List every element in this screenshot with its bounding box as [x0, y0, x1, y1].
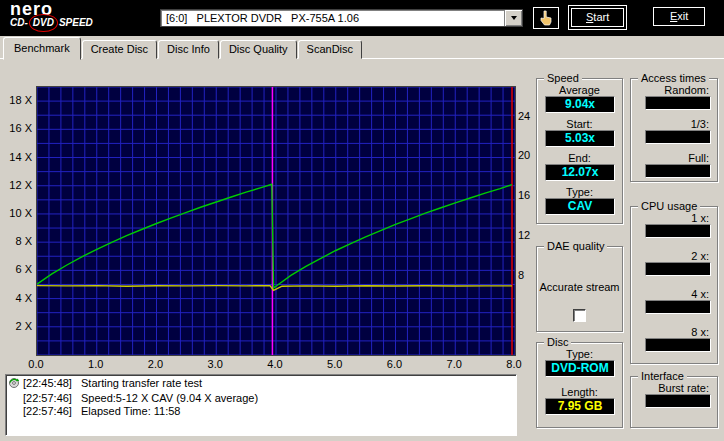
y-axis-tick: 2 X	[2, 320, 32, 332]
right-axis-tick: 12	[518, 229, 534, 241]
nero-cd-dvd-speed-window: nero CD-DVDSPEED [6:0] PLEXTOR DVDR PX-7…	[0, 0, 724, 441]
log-timestamp: [22:57:46]	[23, 405, 81, 418]
logo-cd: CD-	[10, 17, 28, 28]
full-access-label: Full:	[688, 152, 709, 164]
exit-button[interactable]: Exit	[653, 7, 705, 26]
start-speed-value: 5.03x	[545, 130, 615, 147]
tab-create-disc[interactable]: Create Disc	[82, 40, 157, 59]
log-entry-icon	[8, 377, 23, 392]
benchmark-chart	[36, 86, 516, 356]
disc-panel-title: Disc	[544, 336, 571, 348]
tab-disc-quality[interactable]: Disc Quality	[220, 40, 297, 59]
access-times-title: Access times	[638, 72, 709, 84]
log-message: Speed:5-12 X CAV (9.04 X average)	[81, 392, 514, 405]
disc-type-value: DVD-ROM	[545, 360, 615, 377]
app-header: nero CD-DVDSPEED [6:0] PLEXTOR DVDR PX-7…	[0, 0, 724, 36]
x-axis-tick: 7.0	[441, 358, 467, 370]
interface-panel: Interface Burst rate:	[630, 376, 718, 428]
x-axis-tick: 4.0	[262, 358, 288, 370]
y-axis-tick: 4 X	[2, 292, 32, 304]
drive-selector-value: [6:0] PLEXTOR DVDR PX-755A 1.06	[161, 12, 504, 24]
x-axis-tick: 8.0	[501, 358, 527, 370]
random-access-label: Random:	[664, 84, 709, 96]
y-axis-tick: 14 X	[2, 151, 32, 163]
cpu-8x-label: 8 x:	[691, 326, 709, 338]
one-third-access-label: 1/3:	[691, 118, 709, 130]
logo-dvd-oval: DVD	[29, 14, 58, 32]
log-panel: [22:45:48] Starting transfer rate test […	[5, 374, 517, 436]
log-message: Elapsed Time: 11:58	[81, 405, 514, 418]
cpu-4x-label: 4 x:	[691, 288, 709, 300]
y-axis-tick: 12 X	[2, 179, 32, 191]
log-timestamp: [22:57:46]	[23, 392, 81, 405]
hand-tool-button[interactable]	[533, 7, 559, 29]
speed-type-value: CAV	[545, 198, 615, 215]
interface-panel-title: Interface	[638, 370, 687, 382]
right-axis-tick: 20	[518, 149, 534, 161]
log-timestamp: [22:45:48]	[23, 377, 81, 392]
average-speed-value: 9.04x	[545, 96, 615, 113]
cpu-2x-value	[645, 262, 711, 276]
end-speed-label: End:	[537, 152, 622, 164]
cd-dvd-speed-logo-text: CD-DVDSPEED	[10, 14, 93, 32]
drive-selector[interactable]: [6:0] PLEXTOR DVDR PX-755A 1.06	[160, 9, 523, 27]
dropdown-arrow-icon[interactable]	[504, 10, 522, 26]
disc-length-value: 7.95 GB	[545, 398, 615, 415]
x-axis-tick: 6.0	[382, 358, 408, 370]
y-axis-tick: 8 X	[2, 235, 32, 247]
y-axis-tick: 18 X	[2, 94, 32, 106]
cpu-usage-title: CPU usage	[638, 200, 700, 212]
accurate-stream-checkbox[interactable]	[573, 309, 586, 322]
cpu-4x-value	[645, 300, 711, 314]
cpu-2x-label: 2 x:	[691, 250, 709, 262]
end-speed-value: 12.07x	[545, 164, 615, 181]
cpu-usage-panel: CPU usage 1 x: 2 x: 4 x: 8 x:	[630, 206, 718, 364]
x-axis-tick: 5.0	[322, 358, 348, 370]
dae-quality-panel: DAE quality Accurate stream	[536, 246, 623, 332]
disc-type-label: Type:	[537, 348, 622, 360]
one-third-access-value	[645, 130, 711, 144]
disc-length-label: Length:	[537, 386, 622, 398]
tab-bar: Benchmark Create Disc Disc Info Disc Qua…	[3, 38, 363, 58]
cpu-8x-value	[645, 338, 711, 352]
speed-panel-title: Speed	[544, 72, 582, 84]
dae-quality-title: DAE quality	[544, 240, 607, 252]
logo-speed: SPEED	[59, 17, 93, 28]
x-axis-tick: 1.0	[83, 358, 109, 370]
accurate-stream-label: Accurate stream	[537, 281, 622, 294]
right-axis-tick: 24	[518, 110, 534, 122]
nero-logo: nero CD-DVDSPEED	[10, 1, 93, 32]
start-button-outline: Start	[568, 5, 627, 30]
disc-panel: Disc Type: DVD-ROM Length: 7.95 GB	[536, 342, 623, 428]
log-line: [22:57:46] Speed:5-12 X CAV (9.04 X aver…	[8, 392, 514, 405]
average-label: Average	[537, 84, 622, 96]
start-speed-label: Start:	[537, 118, 622, 130]
y-axis-tick: 10 X	[2, 207, 32, 219]
y-axis-tick: 16 X	[2, 122, 32, 134]
right-axis-tick: 8	[518, 269, 534, 281]
y-axis-tick: 6 X	[2, 263, 32, 275]
cpu-1x-label: 1 x:	[691, 212, 709, 224]
x-axis-tick: 2.0	[143, 358, 169, 370]
cpu-1x-value	[645, 224, 711, 238]
x-axis-tick: 3.0	[202, 358, 228, 370]
start-button[interactable]: Start	[571, 8, 624, 27]
log-line: [22:57:46] Elapsed Time: 11:58	[8, 405, 514, 418]
hand-icon	[538, 10, 554, 26]
tab-benchmark[interactable]: Benchmark	[3, 37, 81, 60]
speed-type-label: Type:	[537, 186, 622, 198]
speed-panel: Speed Average 9.04x Start: 5.03x End: 12…	[536, 78, 623, 224]
full-access-value	[645, 164, 711, 178]
log-line: [22:45:48] Starting transfer rate test	[8, 377, 514, 392]
log-message: Starting transfer rate test	[81, 377, 514, 392]
burst-rate-value	[645, 394, 711, 408]
x-axis-tick: 0.0	[23, 358, 49, 370]
access-times-panel: Access times Random: 1/3: Full:	[630, 78, 718, 182]
tab-scandisc[interactable]: ScanDisc	[298, 40, 362, 59]
log-entry-icon-empty	[8, 392, 23, 405]
right-axis-tick: 16	[518, 189, 534, 201]
tab-disc-info[interactable]: Disc Info	[158, 40, 219, 59]
burst-rate-label: Burst rate:	[658, 382, 709, 394]
log-entry-icon-empty	[8, 405, 23, 418]
random-access-value	[645, 96, 711, 110]
